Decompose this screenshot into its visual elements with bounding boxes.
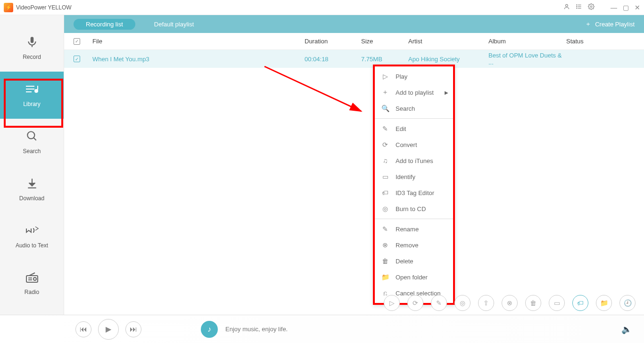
context-menu: ▷Play ＋Add to playlist▶ 🔍Search ✎Edit ⟳C… [373,65,455,305]
play-button[interactable]: ▶ [98,319,119,340]
sidebar-item-audio-to-text[interactable]: Audio to Text [0,213,64,260]
cell-file: When I Met You.mp3 [92,56,305,63]
volume-icon[interactable]: 🔈 [621,324,632,335]
next-button[interactable]: ⏭ [125,321,141,337]
remove-icon: ⊗ [381,241,389,249]
cell-duration: 00:04:18 [305,56,361,63]
cm-edit[interactable]: ✎Edit [375,121,453,137]
cm-identify[interactable]: ▭Identify [375,169,453,185]
plus-icon: ＋ [381,88,389,97]
edit-icon: ✎ [381,125,389,132]
maximize-icon[interactable]: ▢ [623,4,629,11]
cm-rename[interactable]: ✎Rename [375,221,453,237]
app-logo-icon: ⚡ [4,3,13,12]
tb-export[interactable]: ⇪ [478,295,494,311]
prev-button[interactable]: ⏮ [75,321,91,337]
sidebar-item-radio[interactable]: Radio [0,260,64,307]
download-icon [26,177,38,191]
app-title: VideoPower YELLOW [16,4,72,11]
search-icon [26,130,38,144]
col-size[interactable]: Size [361,38,408,45]
cm-burn-cd[interactable]: ◎Burn to CD [375,201,453,217]
sidebar-item-search[interactable]: Search [0,119,64,166]
svg-rect-8 [30,37,33,43]
svg-point-5 [577,6,577,7]
cell-size: 7.75MB [361,56,408,63]
table-row[interactable]: ✓ When I Met You.mp3 00:04:18 7.75MB Apo… [64,50,644,68]
convert-icon: ⟳ [381,141,389,148]
col-album[interactable]: Album [488,38,566,45]
svg-point-0 [566,4,568,7]
table-header: ✓ File Duration Size Artist Album Status [64,33,644,50]
sidebar-item-label: Search [23,148,41,155]
tb-play[interactable]: ▷ [384,295,400,311]
tb-edit[interactable]: ✎ [431,295,447,311]
col-duration[interactable]: Duration [305,38,361,45]
titlebar: ⚡ VideoPower YELLOW — ▢ ✕ [0,0,644,15]
tb-card[interactable]: ▭ [549,295,565,311]
col-artist[interactable]: Artist [408,38,488,45]
folder-icon: 📁 [381,273,389,281]
sidebar-item-library[interactable]: Library [0,72,64,119]
now-playing-icon: ♪ [201,321,218,338]
account-icon[interactable] [563,3,570,11]
list-icon[interactable] [576,3,582,11]
settings-icon[interactable] [588,3,594,11]
tb-folder[interactable]: 📁 [596,295,612,311]
sidebar-item-download[interactable]: Download [0,166,64,213]
play-icon: ▷ [381,73,389,80]
svg-point-7 [590,6,592,8]
tb-refresh[interactable]: ⟳ [407,295,423,311]
minimize-icon[interactable]: — [611,4,617,11]
col-status[interactable]: Status [566,38,644,45]
cm-open-folder[interactable]: 📁Open folder [375,269,453,285]
tb-delete[interactable]: 🗑 [525,295,541,311]
plus-icon: ＋ [585,20,591,28]
identify-icon: ▭ [381,173,389,180]
main-panel: Recording list Default playlist ＋ Create… [64,15,644,315]
sidebar-item-record[interactable]: Record [0,24,64,72]
library-icon [25,83,39,97]
microphone-icon [26,36,38,50]
cm-convert[interactable]: ⟳Convert [375,137,453,153]
sidebar-item-label: Audio to Text [16,242,48,249]
rename-icon: ✎ [381,225,389,233]
annotation-arrow [262,64,371,116]
select-all-checkbox[interactable]: ✓ [74,38,80,45]
cm-remove[interactable]: ⊗Remove [375,237,453,253]
cm-add-to-itunes[interactable]: ♫Add to iTunes [375,153,453,169]
tab-recording-list[interactable]: Recording list [74,19,135,30]
sidebar-item-label: Library [23,101,41,107]
tb-cd[interactable]: ◎ [454,295,471,311]
delete-icon: 🗑 [381,257,389,265]
sidebar-item-label: Download [19,195,44,202]
create-playlist-button[interactable]: ＋ Create Playlist [585,20,635,28]
sidebar: Record Library Search Download Audio to … [0,15,64,315]
cm-id3-editor[interactable]: 🏷ID3 Tag Editor [375,185,453,201]
tb-history[interactable]: 🕘 [619,295,636,311]
row-checkbox[interactable]: ✓ [74,56,80,62]
svg-point-13 [35,90,38,92]
search-icon: 🔍 [381,105,389,112]
player-bar: ⏮ ▶ ⏭ ♪ Enjoy music, enjoy life. 🔈 [0,315,644,343]
cm-delete[interactable]: 🗑Delete [375,253,453,269]
radio-icon [25,272,39,285]
audio-to-text-icon [25,224,39,238]
cm-search[interactable]: 🔍Search [375,100,453,116]
svg-point-6 [577,8,577,8]
tb-tag[interactable]: 🏷 [572,295,588,311]
cell-artist: Apo Hiking Society [408,56,488,63]
cm-add-to-playlist[interactable]: ＋Add to playlist▶ [375,84,453,100]
chevron-right-icon: ▶ [445,90,448,95]
playlist-tabbar: Recording list Default playlist ＋ Create… [64,15,644,33]
tab-default-playlist[interactable]: Default playlist [154,21,194,28]
create-playlist-label: Create Playlist [595,21,635,28]
col-file[interactable]: File [92,38,305,45]
svg-point-4 [577,5,577,5]
cm-play[interactable]: ▷Play [375,68,453,84]
close-icon[interactable]: ✕ [635,4,640,11]
bottom-toolbar: ▷ ⟳ ✎ ◎ ⇪ ⊗ 🗑 ▭ 🏷 📁 🕘 [384,295,636,311]
sidebar-item-label: Record [23,54,41,60]
itunes-icon: ♫ [381,157,389,164]
tb-remove[interactable]: ⊗ [502,295,518,311]
